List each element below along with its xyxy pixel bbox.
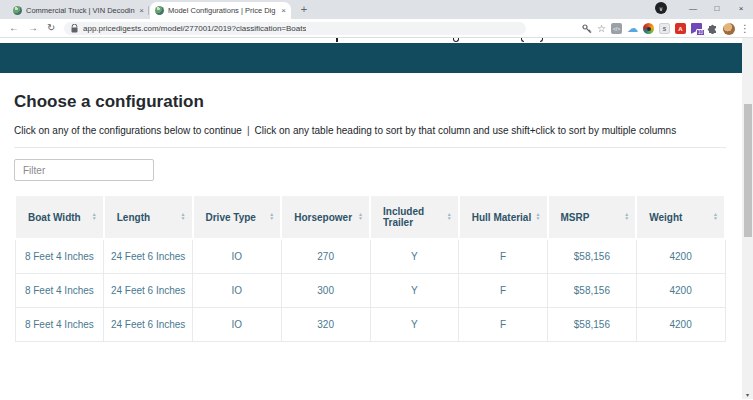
cell-length[interactable]: 24 Feet 6 Inches <box>104 239 193 273</box>
column-header-drive-type[interactable]: Drive Type▲▼ <box>193 195 282 239</box>
configuration-row[interactable]: 8 Feet 4 Inches 24 Feet 6 Inches IO 270 … <box>15 239 725 273</box>
extension-badge: 10 <box>696 29 705 36</box>
filter-input[interactable] <box>14 159 154 181</box>
cell-horsepower[interactable]: 320 <box>281 307 370 341</box>
toolbar-icons: ☆ </> ☁ S A 10 ⋮ <box>582 19 750 38</box>
cell-included-trailer[interactable]: Y <box>370 307 459 341</box>
tab-title: Commercial Truck | VIN Decodin <box>26 6 136 15</box>
menu-dots-icon[interactable]: ⋮ <box>740 24 750 34</box>
puzzle-extensions-icon[interactable] <box>707 23 718 34</box>
forward-icon[interactable]: → <box>28 23 38 33</box>
pricedigests-favicon-icon <box>13 6 22 15</box>
close-button[interactable]: × <box>729 0 753 16</box>
cell-weight[interactable]: 4200 <box>636 273 725 307</box>
pdf-extension-icon[interactable]: A <box>675 23 686 34</box>
minimize-button[interactable]: — <box>681 0 705 16</box>
cell-boat-width[interactable]: 8 Feet 4 Inches <box>15 307 104 341</box>
tab-close-icon[interactable]: × <box>139 6 144 15</box>
page-title: Choose a configuration <box>14 92 726 112</box>
tab-search-icon[interactable]: ∨ <box>655 2 667 14</box>
cloud-extension-icon[interactable]: ☁ <box>627 23 638 34</box>
sort-icon: ▲▼ <box>447 213 452 220</box>
sort-icon: ▲▼ <box>358 213 363 220</box>
sort-icon: ▲▼ <box>92 213 97 220</box>
sort-icon: ▲▼ <box>713 213 718 220</box>
cell-boat-width[interactable]: 8 Feet 4 Inches <box>15 239 104 273</box>
tab-commercial-truck[interactable]: Commercial Truck | VIN Decodin × <box>8 2 149 19</box>
page-viewport: Choose a configuration Click on any of t… <box>0 38 753 399</box>
clipped-text-fragment <box>521 38 524 42</box>
cell-drive-type[interactable]: IO <box>193 239 282 273</box>
column-header-included-trailer[interactable]: Included Trailer▲▼ <box>370 195 459 239</box>
cell-included-trailer[interactable]: Y <box>370 239 459 273</box>
cell-length[interactable]: 24 Feet 6 Inches <box>104 273 193 307</box>
table-header-row: Boat Width▲▼ Length▲▼ Drive Type▲▼ Horse… <box>15 195 725 239</box>
cell-hull-material[interactable]: F <box>459 273 548 307</box>
cell-weight[interactable]: 4200 <box>636 307 725 341</box>
cell-length[interactable]: 24 Feet 6 Inches <box>104 307 193 341</box>
new-tab-button[interactable]: + <box>297 3 311 17</box>
bookmark-star-icon[interactable]: ☆ <box>597 24 606 34</box>
clipped-text-fragment <box>540 38 543 42</box>
s-extension-icon[interactable]: S <box>659 23 670 34</box>
configuration-row[interactable]: 8 Feet 4 Inches 24 Feet 6 Inches IO 300 … <box>15 273 725 307</box>
cell-horsepower[interactable]: 270 <box>281 239 370 273</box>
browser-toolbar: ← → ↻ app.pricedigests.com/model/277001/… <box>0 19 753 38</box>
sort-icon: ▲▼ <box>269 213 274 220</box>
cell-msrp[interactable]: $58,156 <box>548 239 637 273</box>
bookmark-extension-icon[interactable]: 10 <box>691 23 702 34</box>
configuration-row[interactable]: 8 Feet 4 Inches 24 Feet 6 Inches IO 320 … <box>15 307 725 341</box>
clipped-text-fragment <box>453 38 459 42</box>
cell-drive-type[interactable]: IO <box>193 273 282 307</box>
maximize-button[interactable]: □ <box>705 0 729 16</box>
cell-msrp[interactable]: $58,156 <box>548 307 637 341</box>
sort-icon: ▲▼ <box>181 213 186 220</box>
page-content: Choose a configuration Click on any of t… <box>0 73 742 342</box>
sort-icon: ▲▼ <box>536 213 541 220</box>
cell-msrp[interactable]: $58,156 <box>548 273 637 307</box>
instructions-divider: | <box>247 125 250 136</box>
cell-drive-type[interactable]: IO <box>193 307 282 341</box>
key-icon[interactable] <box>582 24 592 34</box>
instructions-text: Click on any of the configurations below… <box>14 125 726 136</box>
column-header-hull-material[interactable]: Hull Material▲▼ <box>459 195 548 239</box>
tab-title: Model Configurations | Price Dig <box>168 6 278 15</box>
column-header-boat-width[interactable]: Boat Width▲▼ <box>15 195 104 239</box>
cell-horsepower[interactable]: 300 <box>281 273 370 307</box>
cell-hull-material[interactable]: F <box>459 239 548 273</box>
address-bar[interactable]: app.pricedigests.com/model/277001/2019?c… <box>64 22 526 35</box>
scrollbar-down-arrow-icon[interactable]: ▾ <box>742 391 753 398</box>
back-icon[interactable]: ← <box>9 23 19 33</box>
divider-line <box>14 147 726 148</box>
url-text: app.pricedigests.com/model/277001/2019?c… <box>83 24 306 33</box>
tab-close-icon[interactable]: × <box>281 6 286 15</box>
scrollbar-thumb[interactable] <box>744 104 752 237</box>
cell-weight[interactable]: 4200 <box>636 239 725 273</box>
profile-avatar[interactable] <box>723 23 735 35</box>
page-scrollbar[interactable]: ▾ <box>742 38 753 399</box>
column-header-msrp[interactable]: MSRP▲▼ <box>548 195 637 239</box>
column-header-length[interactable]: Length▲▼ <box>104 195 193 239</box>
tab-strip: Commercial Truck | VIN Decodin × Model C… <box>0 0 753 19</box>
column-header-horsepower[interactable]: Horsepower▲▼ <box>281 195 370 239</box>
sort-icon: ▲▼ <box>624 213 629 220</box>
cell-hull-material[interactable]: F <box>459 307 548 341</box>
pricedigests-favicon-icon <box>155 6 164 15</box>
reload-icon[interactable]: ↻ <box>47 23 55 33</box>
clipped-text-fragment <box>336 38 338 42</box>
cell-included-trailer[interactable]: Y <box>370 273 459 307</box>
cell-boat-width[interactable]: 8 Feet 4 Inches <box>15 273 104 307</box>
code-extension-icon[interactable]: </> <box>611 23 622 34</box>
tab-model-configurations[interactable]: Model Configurations | Price Dig × <box>150 2 291 19</box>
lock-icon <box>71 24 78 33</box>
window-controls: ∨ — □ × <box>655 0 753 16</box>
color-wheel-extension-icon[interactable] <box>643 23 654 34</box>
page-header-band <box>0 43 742 73</box>
column-header-weight[interactable]: Weight▲▼ <box>636 195 725 239</box>
browser-window: Commercial Truck | VIN Decodin × Model C… <box>0 0 753 400</box>
configurations-table: Boat Width▲▼ Length▲▼ Drive Type▲▼ Horse… <box>14 194 726 342</box>
